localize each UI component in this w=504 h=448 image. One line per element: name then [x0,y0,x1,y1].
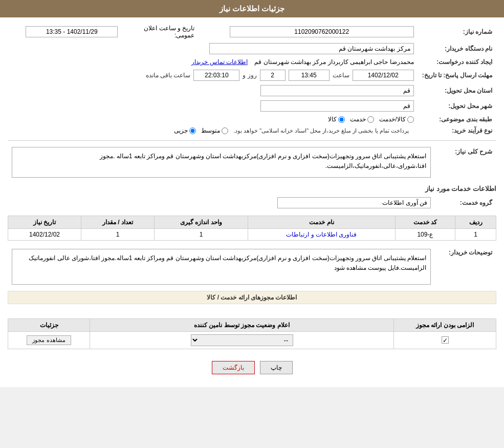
col-date: تاریخ نیاز [8,216,81,229]
page-container: جزئیات اطلاعات نیاز شماره نیاز: 11020907… [0,0,504,387]
deadline-time-label: ساعت [333,72,349,79]
license-col-status: اعلام وضعیت مجوز توسط نامین کننده [90,319,394,332]
category-goods-option: کالا [328,116,345,123]
requester-row: ایجاد کننده درخواست: محمدرضا حاجی ابراهی… [8,56,496,68]
requester-contact-link[interactable]: اطلاعات تماس خریدار [191,58,248,66]
main-content: شماره نیاز: 1102090762000122 تاریخ و ساع… [0,17,504,387]
deadline-time-field: 13:45 [289,70,330,81]
general-desc-row: شرح کلی نیاز: استعلام پشتیبانی اتاق سرور… [8,145,496,180]
back-button[interactable]: بازگشت [212,361,255,374]
license-row-1: ✓ -- مشاهده مجوز [8,332,496,349]
services-header-row: ردیف کد خدمت نام خدمت واحد اندازه گیری ت… [8,216,496,229]
service-group-label: گروه خدمت: [435,195,496,210]
category-value: کالا/خدمت خدمت کالا [8,114,418,125]
process-medium-label: متوسط [201,127,220,134]
general-desc-field: استعلام پشتیبانی اتاق سرور وتجهیزات(سخت … [12,147,431,178]
buyer-org-field: مرکز بهداشت شهرستان قم [209,43,414,54]
service-group-field: فن آوری اطلاعات [277,197,431,208]
buyer-org-label: نام دستگاه خریدار: [418,41,496,56]
delivery-province-field: قم [260,85,414,96]
process-medium-option: متوسط [201,127,228,134]
general-desc-table: شرح کلی نیاز: استعلام پشتیبانی اتاق سرور… [8,145,496,180]
announce-date-field: 1402/11/29 - 13:35 [26,26,118,37]
license-status-select[interactable]: -- [191,334,293,346]
col-unit: واحد اندازه گیری [154,216,248,229]
process-partial-radio[interactable] [189,127,196,134]
delivery-province-row: استان محل تحویل: قم [8,83,496,98]
deadline-row: مهلت ارسال پاسخ: تا تاریخ: 1402/12/02 سا… [8,68,496,83]
category-goods-service-radio[interactable] [407,116,414,123]
process-type-label: نوع فرآیند خرید: [418,125,496,136]
remaining-label: ساعت باقی مانده [146,72,191,79]
col-quantity: تعداد / مقدار [81,216,155,229]
license-header-row: الزامی بودن ارائه مجوز اعلام وضعیت مجوز … [8,319,496,332]
deadline-label: مهلت ارسال پاسخ: تا تاریخ: [418,68,496,83]
requester-name: محمدرضا حاجی ابراهیمی کاربرداز مرکز بهدا… [254,58,413,66]
need-number-label: شماره نیاز: [418,23,496,41]
process-note-text: پرداخت تمام یا بخشی از مبلغ خرید،از محل … [233,127,409,134]
category-goods-radio[interactable] [338,116,345,123]
buyer-notes-table: توضیحات خریدار: استعلام پشتیبانی اتاق سر… [8,246,496,287]
col-row-num: ردیف [455,216,496,229]
service-date: 1402/12/02 [8,229,81,241]
print-button[interactable]: چاپ [260,361,293,374]
services-table-body: 1 ع-109 فناوری اطلاعات و ارتباطات 1 1 14… [8,229,496,241]
service-code: ع-109 [395,229,455,241]
license-col-required: الزامی بودن ارائه مجوز [394,319,496,332]
process-partial-label: جزیی [174,127,188,134]
services-section: ردیف کد خدمت نام خدمت واحد اندازه گیری ت… [8,216,496,241]
process-medium-radio[interactable] [222,127,228,134]
deadline-days-field: 2 [260,70,286,81]
need-number-field: 1102090762000122 [230,26,414,37]
category-service-label: خدمت [350,116,366,123]
buyer-notes-row: توضیحات خریدار: استعلام پشتیبانی اتاق سر… [8,246,496,287]
delivery-city-field: قم [260,100,414,112]
license-status-cell: -- [90,332,394,349]
service-group-table: گروه خدمت: فن آوری اطلاعات [8,195,496,210]
category-service-radio[interactable] [367,116,374,123]
license-required-checkbox: ✓ [442,336,449,344]
category-goods-label: کالا [328,116,337,123]
category-row: طبقه بندی موضوعی: کالا/خدمت خدمت [8,114,496,125]
view-license-button[interactable]: مشاهده مجوز [27,335,71,345]
page-header: جزئیات اطلاعات نیاز [0,0,504,17]
buyer-notes-value: استعلام پشتیبانی اتاق سرور وتجهیزات(سخت … [8,246,435,287]
delivery-city-label: شهر محل تحویل: [418,98,496,114]
delivery-city-value: قم [8,98,418,114]
buyer-notes-label: توضیحات خریدار: [435,246,496,287]
deadline-date-field: 1402/12/02 [353,70,414,81]
delivery-province-value: قم [8,83,418,98]
license-details-cell: مشاهده مجوز [8,332,90,349]
spacer [8,308,496,318]
buyer-org-value: مرکز بهداشت شهرستان قم [8,41,418,56]
deadline-value: 1402/12/02 ساعت 13:45 2 روز و 22:03:10 س… [8,68,418,83]
services-table-head: ردیف کد خدمت نام خدمت واحد اندازه گیری ت… [8,216,496,229]
process-partial-option: جزیی [174,127,196,134]
col-service-name: نام خدمت [248,216,396,229]
service-row-num: 1 [455,229,496,241]
requester-value: محمدرضا حاجی ابراهیمی کاربرداز مرکز بهدا… [8,56,418,68]
col-service-code: کد خدمت [395,216,455,229]
category-label: طبقه بندی موضوعی: [418,114,496,125]
process-type-value: پرداخت تمام یا بخشی از مبلغ خرید،از محل … [8,125,418,136]
service-quantity: 1 [81,229,155,241]
service-name: فناوری اطلاعات و ارتباطات [248,229,396,241]
buyer-notes-field: استعلام پشتیبانی اتاق سرور وتجهیزات(سخت … [12,249,431,285]
delivery-city-row: شهر محل تحویل: قم [8,98,496,114]
category-goods-service-label: کالا/خدمت [379,116,405,123]
announce-value: 1402/11/29 - 13:35 [8,23,122,41]
service-group-value: فن آوری اطلاعات [8,195,435,210]
service-row-1: 1 ع-109 فناوری اطلاعات و ارتباطات 1 1 14… [8,229,496,241]
service-group-row: گروه خدمت: فن آوری اطلاعات [8,195,496,210]
buyer-org-row: نام دستگاه خریدار: مرکز بهداشت شهرستان ق… [8,41,496,56]
license-table-head: الزامی بودن ارائه مجوز اعلام وضعیت مجوز … [8,319,496,332]
category-service-option: خدمت [350,116,374,123]
services-section-title: اطلاعات خدمات مورد نیاز [8,185,496,193]
day-label: روز و [243,72,256,79]
category-goods-service-option: کالا/خدمت [379,116,413,123]
license-table-body: ✓ -- مشاهده مجوز [8,332,496,349]
button-row: چاپ بازگشت [8,353,496,382]
service-unit: 1 [154,229,248,241]
license-table: الزامی بودن ارائه مجوز اعلام وضعیت مجوز … [8,318,496,349]
delivery-province-label: استان محل تحویل: [418,83,496,98]
